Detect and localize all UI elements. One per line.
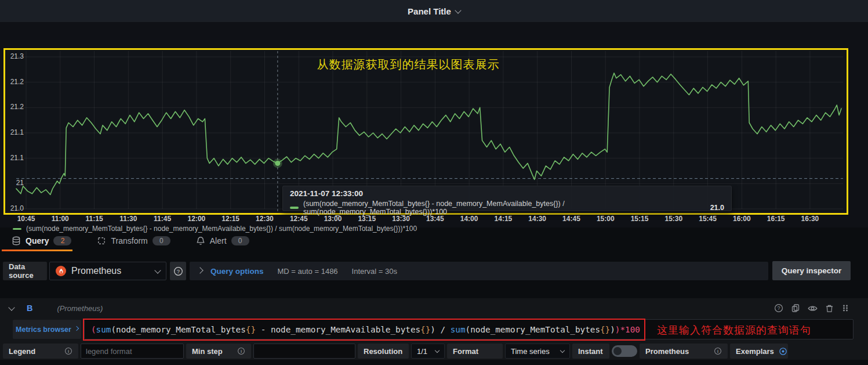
exemplars-icon[interactable] — [779, 347, 787, 356]
delete-query-icon[interactable] — [825, 304, 834, 313]
toggle-visibility-icon[interactable] — [808, 303, 818, 313]
x-tick-label: 13:30 — [388, 215, 414, 223]
x-tick-label: 10:45 — [13, 215, 39, 223]
x-tick-label: 11:00 — [48, 215, 73, 223]
datasource-label: Data source — [3, 262, 47, 280]
chart-annotation-text: 从数据源获取到的结果以图表展示 — [5, 57, 811, 73]
x-tick-label: 15:45 — [695, 215, 721, 223]
x-tick-label: 11:45 — [150, 215, 175, 223]
query-expression: (sum(node_memory_MemTotal_bytes{} - node… — [91, 325, 640, 334]
duplicate-query-icon[interactable] — [791, 303, 800, 313]
tab-label: Transform — [111, 236, 147, 245]
help-icon[interactable]: ? — [774, 303, 783, 313]
chevron-down-icon — [560, 348, 565, 352]
query-row-actions: ? — [774, 298, 849, 318]
x-tick-label: 12:00 — [184, 215, 209, 223]
min-step-input[interactable] — [253, 344, 355, 359]
query-options-row: Legend i Min step i Resolution 1/1 Forma… — [3, 344, 788, 359]
datasource-toolbar: Data source Prometheus ? Query options M… — [0, 261, 868, 281]
alert-count-badge: 0 — [231, 236, 249, 245]
drag-handle-icon[interactable] — [841, 303, 849, 313]
x-tick-label: 14:15 — [491, 215, 516, 223]
x-tick-label: 16:30 — [797, 215, 823, 223]
tab-label: Alert — [210, 236, 227, 245]
chart-section: 21.321.221.221.121.12121.0 从数据源获取到的结果以图表… — [0, 22, 868, 227]
exemplars-label: Exemplars — [730, 344, 788, 359]
bell-icon — [196, 236, 205, 245]
help-icon: ? — [173, 266, 183, 276]
metrics-browser-label: Metrics browser — [16, 326, 71, 334]
query-options-bar[interactable]: Query options MD = auto = 1486 Interval … — [190, 262, 768, 280]
x-tick-label: 15:15 — [627, 215, 652, 223]
database-icon — [12, 236, 21, 245]
resolution-select[interactable]: 1/1 — [411, 344, 445, 359]
series-color-icon — [13, 228, 21, 230]
format-select[interactable]: Time series — [505, 344, 570, 359]
instant-label: Instant — [572, 344, 609, 359]
datasource-help-button[interactable]: ? — [170, 262, 186, 280]
info-icon[interactable]: i — [237, 347, 245, 355]
tab-query[interactable]: Query 2 — [12, 236, 71, 245]
tab-label: Query — [26, 236, 49, 245]
x-tick-label: 16:00 — [729, 215, 754, 223]
svg-text:?: ? — [176, 268, 179, 274]
datasource-option-label: Prometheus i — [640, 344, 728, 359]
x-tick-label: 14:45 — [558, 215, 584, 223]
min-step-label: Min step i — [186, 344, 251, 359]
editor-tabs: Query 2 Transform 0 Alert 0 — [12, 231, 249, 251]
query-row-header[interactable]: B (Prometheus) ? — [0, 298, 868, 318]
svg-text:i: i — [68, 349, 69, 354]
series-color-icon — [290, 207, 299, 209]
query-annotation-text: 这里输入符合数据源的查询语句 — [657, 323, 811, 337]
metrics-browser-button[interactable]: Metrics browser — [13, 320, 81, 339]
active-tab-underline — [2, 250, 72, 251]
legend-option-label: Legend i — [3, 344, 78, 359]
tab-transform[interactable]: Transform 0 — [97, 236, 170, 245]
tooltip-series-name: (sum(node_memory_MemTotal_bytes{} - node… — [303, 200, 693, 216]
grafana-panel-editor: Panel Title 21.321.221.221.121.12121.0 从… — [0, 0, 868, 365]
query-inspector-button[interactable]: Query inspector — [772, 261, 851, 280]
x-tick-label: 13:15 — [354, 215, 380, 223]
x-tick-label: 12:45 — [286, 215, 311, 223]
x-tick-label: 13:00 — [320, 215, 346, 223]
x-tick-label: 14:00 — [456, 215, 482, 223]
svg-text:?: ? — [777, 305, 780, 311]
x-tick-label: 15:00 — [593, 215, 618, 223]
chevron-right-icon — [197, 267, 203, 273]
info-icon[interactable]: i — [64, 347, 72, 355]
datasource-picker[interactable]: Prometheus — [49, 262, 166, 280]
info-icon[interactable]: i — [714, 347, 722, 355]
chart-tooltip: 2021-11-07 12:33:00 (sum(node_memory_Mem… — [282, 186, 732, 211]
query-editor-card: B (Prometheus) ? Metrics browser (sum(no… — [0, 298, 868, 360]
x-tick-label: 15:30 — [661, 215, 687, 223]
x-tick-label: 11:30 — [115, 215, 141, 223]
collapse-chevron-icon[interactable] — [8, 304, 14, 310]
tooltip-series-row: (sum(node_memory_MemTotal_bytes{} - node… — [290, 200, 724, 216]
tab-alert[interactable]: Alert 0 — [196, 236, 249, 245]
query-count-badge: 2 — [53, 236, 71, 245]
panel-header: Panel Title — [0, 0, 868, 22]
query-options-link[interactable]: Query options — [210, 267, 264, 276]
chevron-down-icon — [435, 348, 440, 352]
max-data-points-info: MD = auto = 1486 — [278, 267, 338, 276]
interval-info: Interval = 30s — [352, 267, 397, 276]
x-tick-label: 11:15 — [82, 215, 107, 223]
chevron-down-icon — [154, 267, 161, 273]
tooltip-series-value: 21.0 — [710, 204, 724, 212]
x-axis-labels: 10:4511:0011:1511:3011:4512:0012:1512:30… — [3, 215, 848, 224]
x-tick-label: 14:30 — [525, 215, 550, 223]
panel-title[interactable]: Panel Title — [408, 6, 451, 16]
chevron-down-icon[interactable] — [455, 7, 461, 13]
svg-text:i: i — [717, 349, 718, 354]
resolution-label: Resolution — [358, 344, 409, 359]
datasource-value: Prometheus — [71, 266, 121, 276]
query-ref-id: B — [27, 303, 32, 313]
transform-count-badge: 0 — [152, 236, 170, 245]
x-tick-label: 13:45 — [422, 215, 448, 223]
x-tick-label: 16:15 — [763, 215, 789, 223]
legend-format-input[interactable] — [81, 344, 184, 359]
chart-panel[interactable]: 21.321.221.221.121.12121.0 从数据源获取到的结果以图表… — [3, 48, 848, 215]
prometheus-icon — [56, 266, 66, 276]
instant-toggle[interactable] — [612, 345, 637, 357]
transform-icon — [97, 236, 106, 245]
